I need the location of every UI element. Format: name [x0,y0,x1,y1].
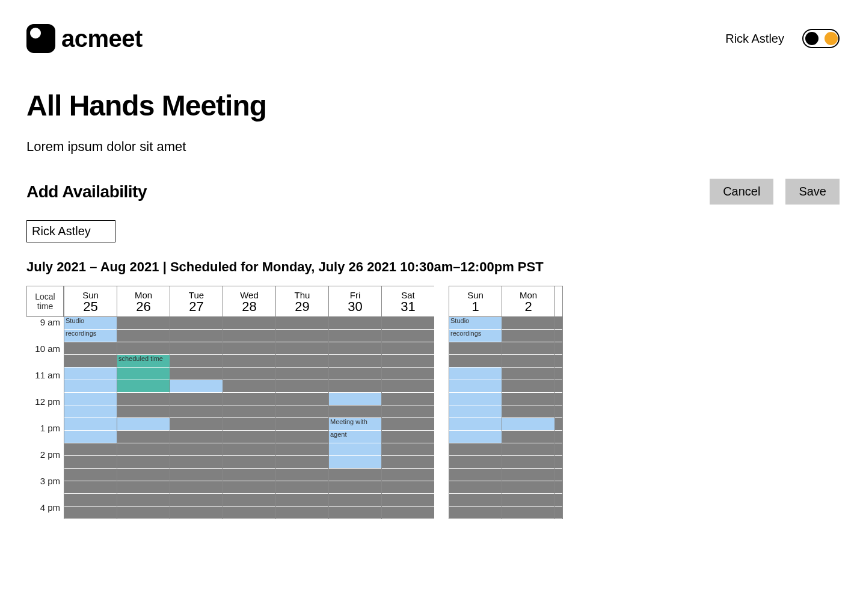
time-slot[interactable] [170,342,223,355]
time-slot[interactable] [502,368,554,380]
time-slot[interactable] [329,380,381,393]
time-slot[interactable] [382,481,434,494]
time-slot[interactable] [329,330,381,342]
time-slot[interactable] [223,380,275,393]
time-slot[interactable] [502,342,554,355]
time-slot[interactable] [64,393,117,405]
time-slot[interactable] [276,405,328,418]
time-slot[interactable] [276,469,328,481]
time-slot[interactable] [382,418,434,431]
time-slot[interactable] [382,317,434,330]
time-slot[interactable] [170,393,223,405]
time-slot[interactable] [382,469,434,481]
time-slot[interactable] [170,317,223,330]
save-button[interactable]: Save [785,179,840,205]
time-slot[interactable] [276,481,328,494]
time-slot[interactable] [382,355,434,368]
time-slot[interactable] [329,342,381,355]
time-slot[interactable] [502,469,554,481]
time-slot[interactable] [329,355,381,368]
time-slot[interactable] [555,317,562,330]
time-slot[interactable] [555,494,562,507]
time-slot[interactable] [382,380,434,393]
time-slot[interactable] [223,405,275,418]
time-slot[interactable] [449,380,502,393]
time-slot[interactable] [555,380,562,393]
time-slot[interactable] [449,342,502,355]
time-slot[interactable] [502,380,554,393]
time-slot[interactable] [170,494,223,507]
time-slot[interactable] [555,481,562,494]
time-slot[interactable] [223,456,275,469]
time-slot[interactable] [449,405,502,418]
time-slot[interactable] [170,330,223,342]
time-slot[interactable] [555,368,562,380]
cancel-button[interactable]: Cancel [710,179,773,205]
time-slot[interactable] [449,469,502,481]
time-slot[interactable] [117,456,170,469]
time-slot[interactable] [382,342,434,355]
time-slot[interactable] [170,469,223,481]
time-slot[interactable] [449,481,502,494]
time-slot[interactable] [117,405,170,418]
calendar-grid[interactable]: Sun25StudiorecordingsMon26scheduled time… [64,286,568,529]
time-slot[interactable] [223,317,275,330]
time-slot[interactable] [223,507,275,519]
time-slot[interactable] [382,405,434,418]
time-slot[interactable] [117,317,170,330]
time-slot[interactable]: scheduled time [117,355,170,368]
time-slot[interactable] [117,368,170,380]
time-slot[interactable] [502,494,554,507]
time-slot[interactable] [382,431,434,443]
time-slot[interactable] [64,443,117,456]
time-slot[interactable] [276,494,328,507]
time-slot[interactable] [329,456,381,469]
time-slot[interactable] [223,443,275,456]
time-slot[interactable] [555,431,562,443]
time-slot[interactable] [276,368,328,380]
time-slot[interactable] [502,330,554,342]
time-slot[interactable]: agent [329,431,381,443]
time-slot[interactable] [449,494,502,507]
time-slot[interactable] [382,494,434,507]
time-slot[interactable] [117,481,170,494]
time-slot[interactable] [170,456,223,469]
time-slot[interactable] [223,481,275,494]
time-slot[interactable] [117,431,170,443]
time-slot[interactable] [223,431,275,443]
time-slot[interactable] [170,380,223,393]
time-slot[interactable] [555,393,562,405]
time-slot[interactable] [117,469,170,481]
time-slot[interactable] [170,507,223,519]
time-slot[interactable] [449,393,502,405]
time-slot[interactable] [276,393,328,405]
time-slot[interactable] [276,418,328,431]
time-slot[interactable] [502,481,554,494]
time-slot[interactable] [223,418,275,431]
time-slot[interactable] [502,405,554,418]
time-slot[interactable] [223,330,275,342]
time-slot[interactable]: Meeting with [329,418,381,431]
time-slot[interactable] [223,469,275,481]
time-slot[interactable] [223,393,275,405]
time-slot[interactable] [117,342,170,355]
theme-toggle[interactable] [802,29,840,48]
time-slot[interactable] [170,431,223,443]
time-slot[interactable] [170,355,223,368]
time-slot[interactable] [64,405,117,418]
time-slot[interactable] [502,418,554,431]
time-slot[interactable] [449,507,502,519]
time-slot[interactable] [502,456,554,469]
time-slot[interactable] [329,405,381,418]
time-slot[interactable] [502,431,554,443]
time-slot[interactable] [117,443,170,456]
time-slot[interactable] [329,494,381,507]
time-slot[interactable] [170,481,223,494]
logo[interactable]: acmeet [26,24,143,53]
time-slot[interactable] [276,330,328,342]
time-slot[interactable] [449,431,502,443]
time-slot[interactable] [117,380,170,393]
time-slot[interactable] [555,443,562,456]
time-slot[interactable] [276,443,328,456]
time-slot[interactable] [555,330,562,342]
